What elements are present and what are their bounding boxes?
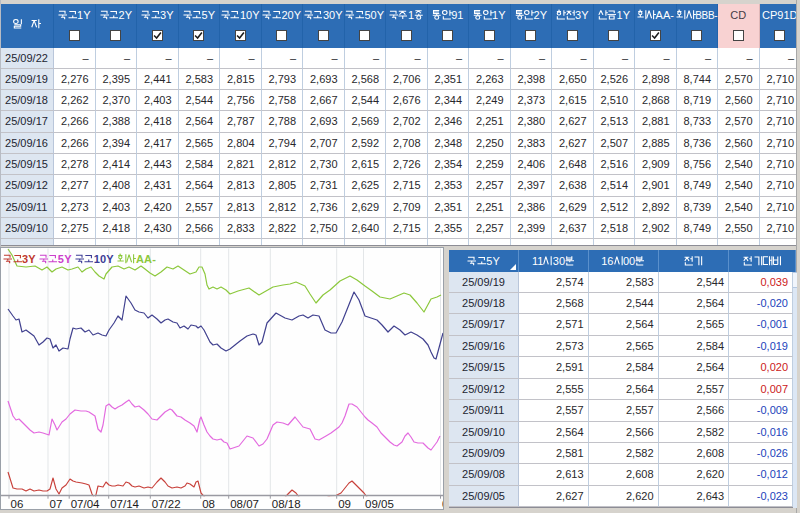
svg-text:07/14: 07/14: [110, 498, 139, 510]
svg-text:09: 09: [338, 498, 351, 510]
svg-text:08/18: 08/18: [272, 498, 301, 510]
svg-text:07: 07: [50, 498, 63, 510]
svg-text:08/07: 08/07: [230, 498, 259, 510]
svg-text:06: 06: [11, 498, 24, 510]
svg-text:08: 08: [202, 498, 215, 510]
svg-text:09/05: 09/05: [365, 498, 394, 510]
svg-text:07/04: 07/04: [71, 498, 100, 510]
svg-text:07/22: 07/22: [152, 498, 181, 510]
